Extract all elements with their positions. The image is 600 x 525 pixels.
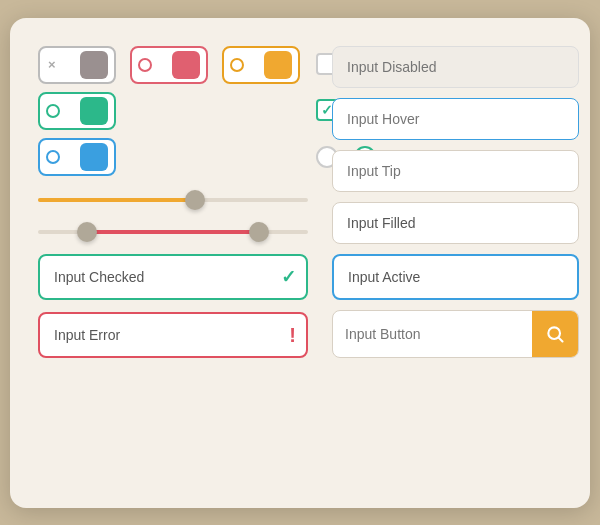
toggle-dot-orange bbox=[230, 58, 244, 72]
input-active-wrap bbox=[332, 254, 579, 300]
svg-line-1 bbox=[559, 337, 563, 341]
input-filled[interactable] bbox=[332, 202, 579, 244]
sliders-section bbox=[38, 190, 308, 242]
toggle-green[interactable] bbox=[38, 92, 116, 130]
left-panel: × bbox=[38, 46, 308, 358]
slider-orange-track bbox=[38, 198, 308, 202]
toggle-dot-green bbox=[46, 104, 60, 118]
slider-red-thumb-left[interactable] bbox=[77, 222, 97, 242]
top-section: × bbox=[38, 46, 562, 358]
input-checked[interactable] bbox=[38, 254, 308, 300]
toggle-knob-grey bbox=[80, 51, 108, 79]
input-tip[interactable] bbox=[332, 150, 579, 192]
toggle-knob-green bbox=[80, 97, 108, 125]
input-disabled bbox=[332, 46, 579, 88]
toggle-grey[interactable]: × bbox=[38, 46, 116, 84]
slider-orange-thumb[interactable] bbox=[185, 190, 205, 210]
slider-red-wrap[interactable] bbox=[38, 222, 308, 242]
input-checked-wrap: ✓ bbox=[38, 254, 308, 300]
input-active[interactable] bbox=[332, 254, 579, 300]
input-button-field[interactable] bbox=[333, 311, 532, 357]
toggle-dot-pink bbox=[138, 58, 152, 72]
input-hover[interactable] bbox=[332, 98, 579, 140]
toggles-row-1: × bbox=[38, 46, 300, 84]
slider-orange-fill bbox=[38, 198, 195, 202]
input-error-wrap: ! bbox=[38, 312, 308, 358]
toggle-dot-blue bbox=[46, 150, 60, 164]
exclamation-icon: ! bbox=[289, 323, 296, 346]
toggle-orange[interactable] bbox=[222, 46, 300, 84]
input-button-wrap bbox=[332, 310, 579, 358]
toggles-row-2 bbox=[38, 92, 300, 130]
toggle-knob-orange bbox=[264, 51, 292, 79]
toggle-blue[interactable] bbox=[38, 138, 116, 176]
toggle-knob-blue bbox=[80, 143, 108, 171]
right-panel bbox=[332, 46, 579, 358]
toggles-row-3 bbox=[38, 138, 300, 176]
toggle-pink[interactable] bbox=[130, 46, 208, 84]
checkmark-teal-icon: ✓ bbox=[281, 266, 296, 288]
toggle-x-icon: × bbox=[48, 57, 56, 72]
main-card: × bbox=[10, 18, 590, 508]
input-error[interactable] bbox=[38, 312, 308, 358]
toggle-knob-pink bbox=[172, 51, 200, 79]
search-icon bbox=[545, 324, 565, 344]
slider-orange-wrap[interactable] bbox=[38, 190, 308, 210]
slider-red-track bbox=[38, 230, 308, 234]
search-button[interactable] bbox=[532, 311, 578, 357]
toggles-column: × bbox=[38, 46, 300, 176]
controls-row: × bbox=[38, 46, 308, 176]
slider-red-thumb-right[interactable] bbox=[249, 222, 269, 242]
slider-red-fill bbox=[87, 230, 260, 234]
